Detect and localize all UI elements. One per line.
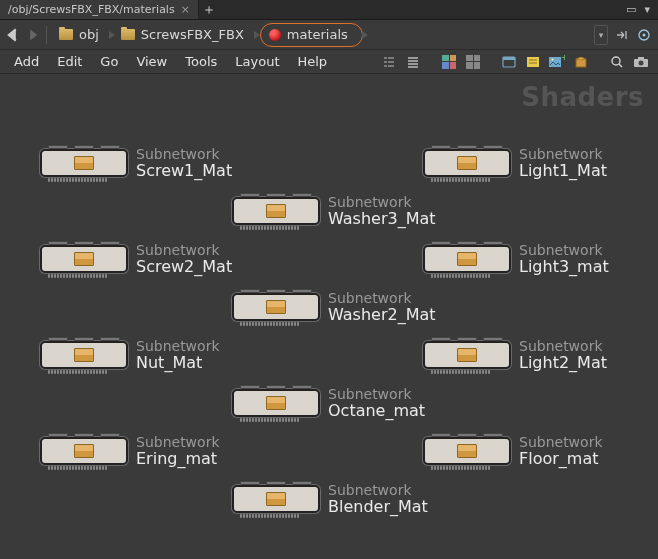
svg-text:+: + <box>561 55 565 62</box>
menu-help[interactable]: Help <box>289 52 335 71</box>
node-washer2[interactable]: Subnetwork Washer2_Mat <box>232 290 436 324</box>
add-image-icon[interactable]: + <box>548 53 566 71</box>
node-chip[interactable] <box>423 245 511 273</box>
node-octane[interactable]: Subnetwork Octane_mat <box>232 386 425 420</box>
maximize-icon[interactable]: ▭ <box>626 3 636 16</box>
menu-tools[interactable]: Tools <box>177 52 225 71</box>
node-type-label: Subnetwork <box>328 482 428 498</box>
node-chip[interactable] <box>232 485 320 513</box>
node-type-label: Subnetwork <box>328 194 436 210</box>
menu-go[interactable]: Go <box>92 52 126 71</box>
node-floor[interactable]: Subnetwork Floor_mat <box>423 434 603 468</box>
node-type-label: Subnetwork <box>328 290 436 306</box>
menu-edit[interactable]: Edit <box>49 52 90 71</box>
tree-view-icon[interactable] <box>380 53 398 71</box>
path-dropdown[interactable]: ▾ <box>594 25 608 45</box>
subnet-icon <box>457 444 477 458</box>
divider <box>46 26 47 44</box>
node-light1[interactable]: Subnetwork Light1_Mat <box>423 146 607 180</box>
context-watermark: Shaders <box>521 82 644 112</box>
node-light2[interactable]: Subnetwork Light2_Mat <box>423 338 607 372</box>
svg-rect-5 <box>549 57 561 67</box>
node-name-label: Blender_Mat <box>328 498 428 516</box>
node-ering[interactable]: Subnetwork Ering_mat <box>40 434 220 468</box>
tab-title: /obj/ScrewsFBX_FBX/materials <box>8 3 175 16</box>
node-type-label: Subnetwork <box>519 242 609 258</box>
note-icon[interactable] <box>524 53 542 71</box>
breadcrumb-screwsfbx[interactable]: ScrewsFBX_FBX <box>115 23 254 47</box>
node-type-label: Subnetwork <box>519 434 603 450</box>
node-name-label: Ering_mat <box>136 450 220 468</box>
node-light3[interactable]: Subnetwork Light3_mat <box>423 242 609 276</box>
close-icon[interactable]: × <box>181 3 190 16</box>
node-chip[interactable] <box>423 341 511 369</box>
breadcrumb-label: ScrewsFBX_FBX <box>141 27 244 42</box>
camera-icon[interactable] <box>632 53 650 71</box>
node-nut[interactable]: Subnetwork Nut_Mat <box>40 338 220 372</box>
node-name-label: Octane_mat <box>328 402 425 420</box>
subnet-icon <box>266 492 286 506</box>
new-tab-button[interactable]: ＋ <box>199 0 219 19</box>
forward-icon[interactable] <box>26 28 40 42</box>
node-type-label: Subnetwork <box>136 146 232 162</box>
subnet-icon <box>74 252 94 266</box>
panel-icon[interactable] <box>500 53 518 71</box>
node-chip[interactable] <box>40 149 128 177</box>
node-chip[interactable] <box>423 437 511 465</box>
node-name-label: Floor_mat <box>519 450 603 468</box>
node-name-label: Screw2_Mat <box>136 258 232 276</box>
node-washer3[interactable]: Subnetwork Washer3_Mat <box>232 194 436 228</box>
node-screw1[interactable]: Subnetwork Screw1_Mat <box>40 146 232 180</box>
breadcrumb-label: materials <box>287 27 348 42</box>
network-canvas[interactable]: Shaders Subnetwork Screw1_Mat Subnetwork… <box>0 74 658 559</box>
node-chip[interactable] <box>40 245 128 273</box>
svg-rect-4 <box>527 57 539 67</box>
node-type-label: Subnetwork <box>136 242 232 258</box>
grid-icon[interactable] <box>464 53 482 71</box>
subnet-icon <box>266 396 286 410</box>
subnet-icon <box>74 444 94 458</box>
breadcrumb-materials[interactable]: materials <box>260 23 363 47</box>
node-screw2[interactable]: Subnetwork Screw2_Mat <box>40 242 232 276</box>
subnet-icon <box>457 252 477 266</box>
menu-add[interactable]: Add <box>6 52 47 71</box>
grid-color-icon[interactable] <box>440 53 458 71</box>
breadcrumb-label: obj <box>79 27 99 42</box>
node-type-label: Subnetwork <box>328 386 425 402</box>
node-chip[interactable] <box>232 293 320 321</box>
material-icon <box>269 29 281 41</box>
tab-materials[interactable]: /obj/ScrewsFBX_FBX/materials × <box>0 0 199 19</box>
node-name-label: Light3_mat <box>519 258 609 276</box>
svg-rect-3 <box>503 57 515 60</box>
node-type-label: Subnetwork <box>519 338 607 354</box>
menu-view[interactable]: View <box>128 52 175 71</box>
package-icon[interactable] <box>572 53 590 71</box>
node-chip[interactable] <box>232 389 320 417</box>
node-blender[interactable]: Subnetwork Blender_Mat <box>232 482 428 516</box>
svg-point-1 <box>643 33 646 36</box>
pin-icon[interactable] <box>614 27 630 43</box>
svg-rect-8 <box>576 59 586 67</box>
folder-icon <box>59 29 73 40</box>
search-icon[interactable] <box>608 53 626 71</box>
menu-layout[interactable]: Layout <box>227 52 287 71</box>
path-bar: obj ScrewsFBX_FBX materials ▾ <box>0 20 658 50</box>
subnet-icon <box>266 204 286 218</box>
breadcrumb-obj[interactable]: obj <box>53 23 109 47</box>
node-chip[interactable] <box>40 437 128 465</box>
node-name-label: Washer3_Mat <box>328 210 436 228</box>
dropdown-icon[interactable]: ▾ <box>644 3 650 16</box>
node-chip[interactable] <box>423 149 511 177</box>
target-icon[interactable] <box>636 27 652 43</box>
subnet-icon <box>457 156 477 170</box>
menu-bar: Add Edit Go View Tools Layout Help + <box>0 50 658 74</box>
node-chip[interactable] <box>232 197 320 225</box>
svg-rect-12 <box>638 57 644 60</box>
list-view-icon[interactable] <box>404 53 422 71</box>
node-type-label: Subnetwork <box>136 338 220 354</box>
back-icon[interactable] <box>6 28 20 42</box>
node-type-label: Subnetwork <box>136 434 220 450</box>
node-chip[interactable] <box>40 341 128 369</box>
svg-point-11 <box>639 60 644 65</box>
svg-point-6 <box>552 58 554 60</box>
